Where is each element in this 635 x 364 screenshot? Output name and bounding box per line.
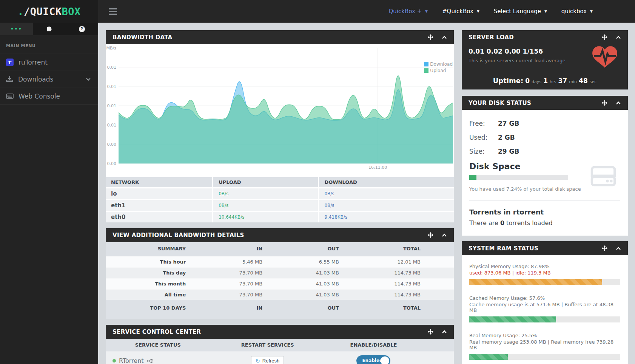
col-service-status: SERVICE STATUS — [106, 339, 210, 352]
bandwidth-panel-header: BANDWIDTH DATA — [106, 30, 454, 44]
svg-text:MB/s: MB/s — [106, 46, 117, 51]
meter-fill — [469, 279, 602, 285]
service-panel-header: SERVICE CONTROL CENTER — [106, 325, 454, 339]
ellipsis-icon: ••• — [11, 28, 22, 31]
service-control-panel: SERVICE CONTROL CENTER SERVICE STATUS RE… — [106, 325, 454, 364]
top-days-header: TOP 10 DAYS IN OUT TOTAL — [106, 300, 454, 315]
table-row: eth1 0B/s 0B/s — [106, 199, 454, 211]
meter-fill — [469, 316, 556, 322]
out-value: 41.03 MB — [266, 289, 342, 300]
sidebar-tabs: ••• ? — [0, 23, 98, 35]
tab-help[interactable]: ? — [65, 23, 98, 35]
move-icon[interactable] — [428, 232, 433, 238]
iface-download: 9.418KB/s — [318, 211, 454, 222]
col-in: IN — [189, 242, 266, 256]
move-icon[interactable] — [428, 34, 433, 40]
move-icon[interactable] — [602, 100, 607, 106]
move-icon[interactable] — [602, 34, 607, 40]
used-value: 2 GB — [498, 134, 515, 141]
iface-name: lo — [106, 187, 212, 199]
disk-free-row: Free: 27 GB — [469, 120, 620, 127]
caret-down-icon: ▼ — [590, 9, 593, 13]
sidebar-item-rutorrent[interactable]: r ruTorrent — [0, 54, 98, 71]
panel-title: BANDWIDTH DATA — [113, 34, 172, 41]
move-icon[interactable] — [602, 245, 607, 251]
legend-label: Upload — [430, 68, 446, 73]
out-value: 6.55 MB — [266, 256, 342, 267]
col-total: TOTAL — [342, 300, 454, 315]
table-row: eth0 10.644KB/s 9.418KB/s — [106, 211, 454, 222]
refresh-button[interactable]: ↻ Refresh — [251, 356, 284, 364]
table-row: This hour 5.46 MB 6.55 MB 12.01 MB — [106, 256, 454, 267]
table-row: RTorrent ↻ Refresh Enab — [106, 352, 454, 364]
table-row: This month 73.70 MB 41.03 MB 114.73 MB — [106, 278, 454, 289]
iface-download: 0B/s — [318, 199, 454, 211]
meter-detail: Cache memory usage is at 571.6 MB | Buff… — [469, 302, 620, 313]
details-panel-body: SUMMARY IN OUT TOTAL This hour 5.46 MB 6… — [106, 242, 454, 319]
collapse-icon[interactable] — [442, 35, 447, 39]
sidebar-item-downloads[interactable]: Downloads — [0, 71, 98, 88]
topbar: QuickBox +▼ #QuickBox▼ Select Language▼ … — [98, 0, 635, 23]
sidebar-item-label: ruTorrent — [18, 59, 48, 66]
disk-panel-header: YOUR DISK STATUS — [462, 96, 628, 110]
hamburger-menu-icon[interactable] — [106, 6, 119, 17]
svg-text:0.01: 0.01 — [107, 65, 117, 70]
uptime-seconds: 48 — [579, 77, 588, 85]
free-value: 27 GB — [498, 120, 519, 127]
tab-plugins[interactable] — [33, 23, 66, 35]
service-table-header: SERVICE STATUS RESTART SERVICES ENABLE/D… — [106, 339, 454, 352]
tab-menu[interactable]: ••• — [0, 23, 33, 35]
legend-upload[interactable]: Upload — [424, 68, 453, 73]
svg-text:0.00: 0.00 — [107, 142, 117, 147]
enabled-toggle[interactable]: Enabled — [356, 355, 390, 364]
col-enable-disable: ENABLE/DISABLE — [325, 339, 454, 352]
iface-name: eth0 — [106, 211, 212, 222]
disk-size-row: Size: 29 GB — [469, 148, 620, 155]
meter-label: Real Memory Usage: 25.5% — [469, 333, 620, 338]
nav-quickbox-channel[interactable]: #QuickBox▼ — [442, 8, 479, 15]
collapse-icon[interactable] — [616, 247, 621, 250]
period-label: This month — [106, 278, 189, 289]
ram-status-panel: SYSTEM RAM STATUS Physical Memory Usage:… — [462, 241, 628, 364]
svg-text:0.01: 0.01 — [107, 123, 117, 128]
panel-title: YOUR DISK STATUS — [469, 100, 531, 106]
size-label: Size: — [469, 148, 498, 155]
nav-quickbox-plus[interactable]: QuickBox +▼ — [388, 8, 428, 15]
col-in: IN — [189, 300, 266, 315]
caret-down-icon: ▼ — [425, 9, 428, 13]
logo-box-text: BOX — [62, 6, 81, 17]
col-out: OUT — [266, 242, 342, 256]
content: BANDWIDTH DATA MB/s0.010.010.010.010.000… — [98, 23, 635, 364]
bandwidth-details-panel: VIEW ADDITIONAL BANDWIDTH DETAILS SUMMAR… — [106, 228, 454, 319]
out-value: 41.03 MB — [266, 278, 342, 289]
panel-title: SERVER LOAD — [469, 34, 514, 41]
keyboard-icon — [6, 93, 14, 99]
collapse-icon[interactable] — [442, 233, 447, 237]
nav-select-language[interactable]: Select Language▼ — [494, 8, 547, 15]
collapse-icon[interactable] — [616, 35, 621, 39]
table-row: lo 0B/s 0B/s — [106, 187, 454, 199]
move-icon[interactable] — [428, 329, 433, 335]
main-menu: r ruTorrent Downloads Web Console — [0, 54, 98, 105]
legend-download[interactable]: Download — [424, 62, 453, 67]
bandwidth-panel: BANDWIDTH DATA MB/s0.010.010.010.010.000… — [106, 30, 454, 222]
hard-drive-icon — [589, 166, 618, 190]
sidebar-item-web-console[interactable]: Web Console — [0, 88, 98, 105]
uptime: Uptime: 0 days 1 hrs 37 min 48 sec — [462, 77, 628, 85]
refresh-icon: ↻ — [256, 358, 260, 364]
uptime-label: Uptime: — [493, 77, 523, 85]
meter-fill — [469, 354, 508, 360]
nav-user-menu[interactable]: quickbox▼ — [561, 8, 593, 15]
nav-label: QuickBox + — [388, 8, 422, 15]
collapse-icon[interactable] — [442, 330, 447, 334]
caret-down-icon: ▼ — [544, 9, 547, 13]
sidebar: ./QUICKBOX ••• ? MAIN MENU r ruTorrent D… — [0, 0, 98, 364]
network-table-header: NETWORK UPLOAD DOWNLOAD — [106, 177, 454, 187]
in-value: 73.70 MB — [189, 278, 266, 289]
iface-upload: 10.644KB/s — [212, 211, 318, 222]
download-swatch — [424, 62, 428, 66]
network-table: NETWORK UPLOAD DOWNLOAD lo 0B/s 0B/s eth… — [106, 176, 454, 222]
nav-label: #QuickBox — [442, 8, 473, 15]
details-panel-header: VIEW ADDITIONAL BANDWIDTH DETAILS — [106, 228, 454, 242]
collapse-icon[interactable] — [616, 101, 621, 105]
